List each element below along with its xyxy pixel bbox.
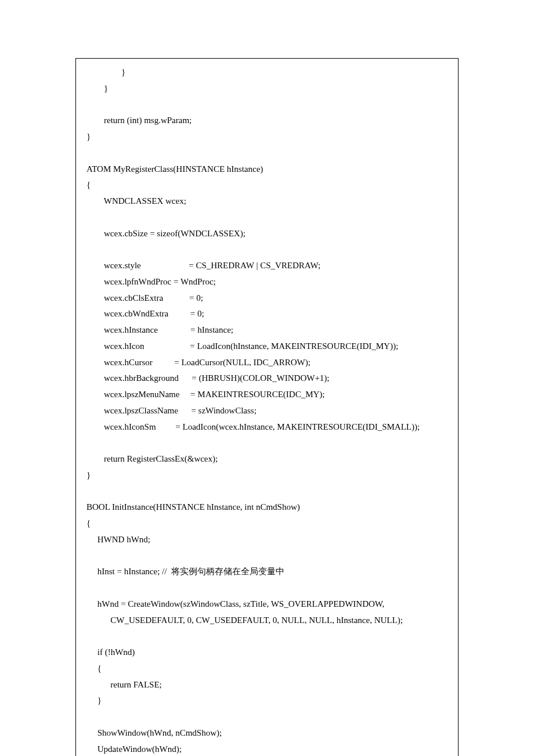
code-text: } } return (int) msg.wParam; } ATOM MyRe… bbox=[86, 67, 420, 754]
code-block: } } return (int) msg.wParam; } ATOM MyRe… bbox=[75, 58, 459, 756]
